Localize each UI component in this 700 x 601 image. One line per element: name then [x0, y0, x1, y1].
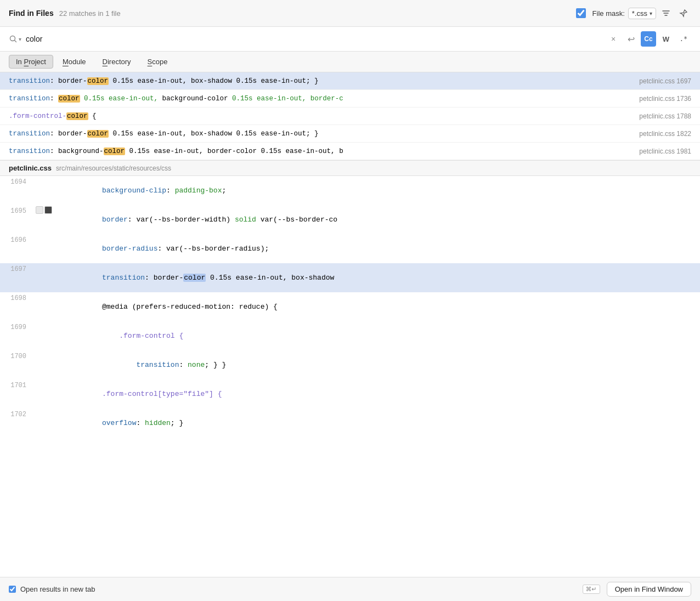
whole-word-button[interactable]: W: [658, 31, 674, 47]
result-file-info: petclinic.css 1981: [639, 148, 691, 155]
pin-button[interactable]: [676, 5, 691, 21]
result-code: transition: color 0.15s ease-in-out, bac…: [9, 95, 630, 103]
filter-button[interactable]: [658, 5, 674, 21]
open-results-checkbox[interactable]: [9, 586, 16, 593]
line-content: @media (prefers-reduced-motion: reduce) …: [55, 292, 700, 321]
line-number: 1698: [0, 292, 33, 304]
scope-tabs: In Project Module Directory Scope: [0, 52, 700, 72]
code-line: 1695 border: var(--bs-border-width) soli…: [0, 205, 700, 234]
result-row[interactable]: transition: background-color 0.15s ease-…: [0, 143, 700, 160]
line-gutter: [33, 176, 55, 178]
line-gutter: [33, 292, 55, 294]
tab-directory[interactable]: Directory: [95, 55, 138, 69]
line-number: 1696: [0, 234, 33, 246]
line-content: .form-control {: [55, 321, 700, 350]
color-swatch-dark: [44, 206, 52, 214]
search-bar: ▾ × ↩ Cc W .*: [0, 27, 700, 52]
footer-bar: Open results in new tab ⌘↵ Open in Find …: [0, 577, 700, 601]
header-matches: 22 matches in 1 file: [59, 9, 121, 18]
result-code: transition: border-color 0.15s ease-in-o…: [9, 77, 630, 85]
line-number: 1695: [0, 205, 33, 217]
code-line: 1696 border-radius: var(--bs-border-radi…: [0, 234, 700, 263]
line-number: 1694: [0, 176, 33, 188]
result-row[interactable]: .form-control-color { petclinic.css 1788: [0, 107, 700, 125]
search-options-button[interactable]: ▾: [9, 35, 21, 43]
result-file-info: petclinic.css 1697: [639, 77, 691, 85]
line-gutter: [33, 350, 55, 353]
file-mask-value: *.css: [632, 9, 647, 18]
result-code: transition: border-color 0.15s ease-in-o…: [9, 130, 630, 138]
open-find-window-button[interactable]: Open in Find Window: [607, 582, 691, 597]
file-panel-name: petclinic.css: [9, 164, 52, 172]
open-results-checkbox-area: Open results in new tab: [9, 585, 95, 593]
file-mask-checkbox-area: [576, 8, 586, 18]
line-content: overflow: hidden; }: [55, 409, 700, 438]
line-content: border: var(--bs-border-width) solid var…: [55, 205, 700, 234]
keyboard-shortcut: ⌘↵: [583, 585, 600, 594]
file-panel-path: src/main/resources/static/resources/css: [56, 165, 171, 172]
code-line: 1702 overflow: hidden; }: [0, 409, 700, 438]
file-mask-dropdown-arrow[interactable]: ▾: [650, 10, 652, 16]
file-mask-label: File mask:: [592, 9, 625, 18]
result-code: transition: background-color 0.15s ease-…: [9, 148, 630, 155]
code-view: 1694 background-clip: padding-box; 1695 …: [0, 176, 700, 577]
code-line: 1701 .form-control[type="file"] {: [0, 379, 700, 409]
result-row[interactable]: transition: border-color 0.15s ease-in-o…: [0, 72, 700, 90]
file-mask-input[interactable]: *.css ▾: [628, 8, 656, 19]
line-gutter: [33, 409, 55, 411]
result-file-info: petclinic.css 1736: [639, 95, 691, 103]
line-gutter: [33, 263, 55, 265]
header-bar: Find in Files 22 matches in 1 file File …: [0, 0, 700, 27]
code-line: 1699 .form-control {: [0, 321, 700, 350]
shortcut-key: ⌘↵: [583, 585, 600, 594]
regex-button[interactable]: .*: [676, 31, 691, 47]
file-mask-checkbox[interactable]: [576, 8, 586, 18]
case-sensitive-button[interactable]: Cc: [641, 31, 656, 47]
result-row[interactable]: transition: border-color 0.15s ease-in-o…: [0, 125, 700, 143]
tab-in-project[interactable]: In Project: [9, 55, 53, 69]
clear-search-button[interactable]: ×: [606, 31, 621, 47]
search-actions: × ↩ Cc W .*: [606, 31, 691, 47]
result-file-info: petclinic.css 1788: [639, 112, 691, 120]
result-row[interactable]: transition: color 0.15s ease-in-out, bac…: [0, 90, 700, 107]
line-gutter: [33, 379, 55, 382]
line-gutter: [33, 234, 55, 236]
line-gutter: [33, 321, 55, 324]
color-swatches: [36, 206, 52, 214]
code-line: 1694 background-clip: padding-box;: [0, 176, 700, 205]
tab-module[interactable]: Module: [55, 55, 93, 69]
code-line-highlighted: 1697 transition: border-color 0.15s ease…: [0, 263, 700, 292]
results-list: transition: border-color 0.15s ease-in-o…: [0, 72, 700, 161]
code-line: 1698 @media (prefers-reduced-motion: red…: [0, 292, 700, 321]
line-gutter: [33, 205, 55, 215]
line-content: transition: none; } }: [55, 350, 700, 379]
open-results-label: Open results in new tab: [20, 585, 95, 593]
line-number: 1699: [0, 321, 33, 333]
line-content: transition: border-color 0.15s ease-in-o…: [55, 263, 700, 292]
color-swatch-light: [36, 206, 43, 214]
tab-scope[interactable]: Scope: [140, 55, 175, 69]
line-number: 1697: [0, 263, 33, 275]
search-input[interactable]: [26, 35, 606, 43]
result-code: .form-control-color {: [9, 112, 630, 120]
result-file-info: petclinic.css 1822: [639, 130, 691, 138]
line-number: 1702: [0, 409, 33, 421]
line-content: border-radius: var(--bs-border-radius);: [55, 234, 700, 263]
line-content: .form-control[type="file"] {: [55, 379, 700, 409]
code-line: 1700 transition: none; } }: [0, 350, 700, 379]
line-number: 1701: [0, 379, 33, 392]
replace-toggle-button[interactable]: ↩: [623, 31, 639, 47]
line-content: background-clip: padding-box;: [55, 176, 700, 205]
header-title: Find in Files: [9, 9, 54, 18]
file-panel-header: petclinic.css src/main/resources/static/…: [0, 161, 700, 176]
line-number: 1700: [0, 350, 33, 362]
